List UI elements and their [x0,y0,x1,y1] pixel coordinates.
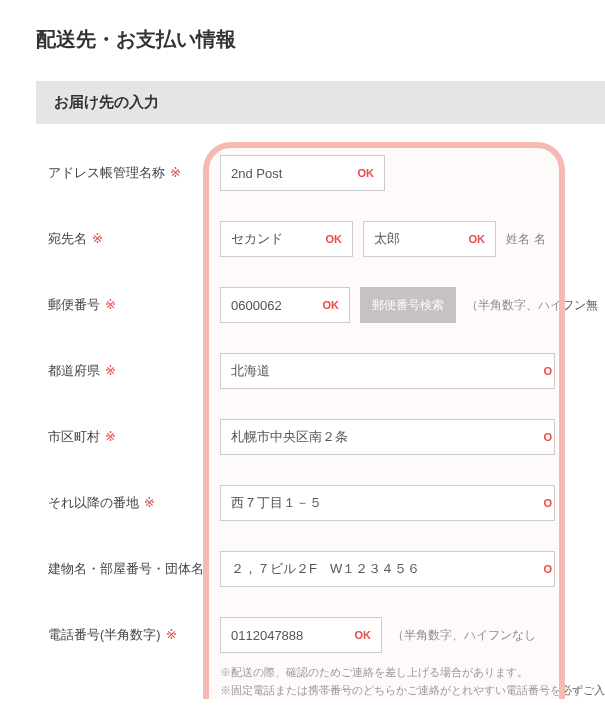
row-city: 市区町村 ※ O [0,418,605,456]
required-mark: ※ [105,364,116,378]
street-input[interactable] [231,496,544,511]
name-suffix-cut: 名 [534,231,546,248]
name-suffix-label: 姓名 [506,231,530,248]
first-name-field[interactable]: OK [363,221,496,257]
ok-badge: OK [355,629,372,641]
page-title: 配送先・お支払い情報 [0,0,605,63]
label-street: それ以降の番地 ※ [48,495,220,512]
note-line-1: ※配送の際、確認のためご連絡を差し上げる場合があります。 [220,664,605,682]
phone-notes: ※配送の際、確認のためご連絡を差し上げる場合があります。 ※固定電話または携帯番… [0,664,605,699]
city-input[interactable] [231,430,544,445]
label-postal-code: 郵便番号 ※ [48,297,220,314]
ok-badge: OK [469,233,486,245]
city-field[interactable]: O [220,419,555,455]
required-mark: ※ [144,496,155,510]
first-name-input[interactable] [374,232,461,247]
label-building: 建物名・部屋番号・団体名 [48,561,220,578]
postal-code-field[interactable]: OK [220,287,350,323]
phone-input[interactable] [231,628,347,643]
phone-hint: （半角数字、ハイフンなし [392,627,536,644]
label-prefecture: 都道府県 ※ [48,363,220,380]
label-phone: 電話番号(半角数字) ※ [48,627,220,644]
ok-badge: OK [358,167,375,179]
row-street: それ以降の番地 ※ O [0,484,605,522]
required-mark: ※ [92,232,103,246]
address-book-name-input[interactable] [231,166,350,181]
note-line-2: ※固定電話または携帯番号のどちらかご連絡がとれやすい電話番号を必ずご入 [220,682,605,700]
postal-search-button[interactable]: 郵便番号検索 [360,287,456,323]
ok-badge-cut: O [543,497,552,509]
row-building: 建物名・部屋番号・団体名 O [0,550,605,588]
prefecture-input[interactable] [231,364,544,379]
postal-code-input[interactable] [231,298,315,313]
required-mark: ※ [166,628,177,642]
label-address-book-name: アドレス帳管理名称 ※ [48,165,220,182]
ok-badge-cut: O [543,365,552,377]
building-field[interactable]: O [220,551,555,587]
ok-badge: OK [323,299,340,311]
label-recipient-name: 宛先名 ※ [48,231,220,248]
required-mark: ※ [105,298,116,312]
row-prefecture: 都道府県 ※ O [0,352,605,390]
label-city: 市区町村 ※ [48,429,220,446]
ok-badge: OK [326,233,343,245]
section-header: お届け先の入力 [36,81,605,124]
row-address-book-name: アドレス帳管理名称 ※ OK [0,154,605,192]
ok-badge-cut: O [543,431,552,443]
phone-field[interactable]: OK [220,617,382,653]
last-name-field[interactable]: OK [220,221,353,257]
last-name-input[interactable] [231,232,318,247]
required-mark: ※ [170,166,181,180]
row-postal-code: 郵便番号 ※ OK 郵便番号検索 （半角数字、ハイフン無 [0,286,605,324]
address-book-name-field[interactable]: OK [220,155,385,191]
delivery-form: アドレス帳管理名称 ※ OK 宛先名 ※ OK OK 姓名 名 [0,124,605,699]
row-recipient-name: 宛先名 ※ OK OK 姓名 名 [0,220,605,258]
row-phone: 電話番号(半角数字) ※ OK （半角数字、ハイフンなし [0,616,605,654]
ok-badge-cut: O [543,563,552,575]
street-field[interactable]: O [220,485,555,521]
postal-hint: （半角数字、ハイフン無 [466,297,598,314]
building-input[interactable] [231,562,544,577]
prefecture-field[interactable]: O [220,353,555,389]
required-mark: ※ [105,430,116,444]
